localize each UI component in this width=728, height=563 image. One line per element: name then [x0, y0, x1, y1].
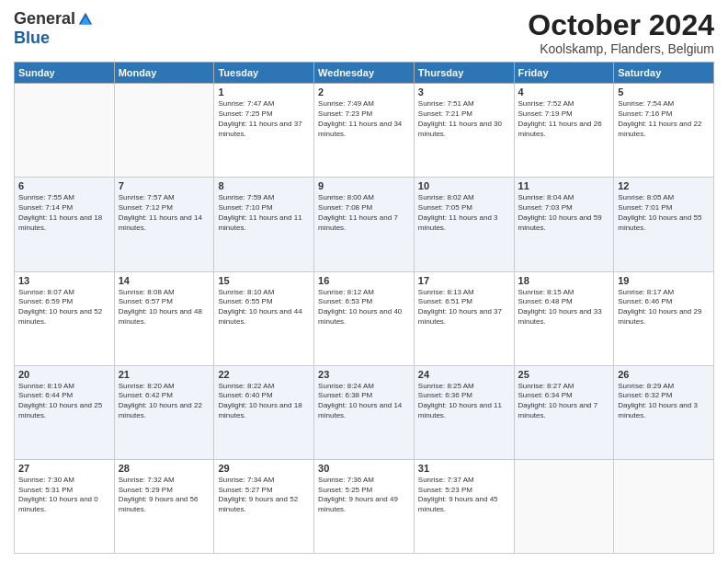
calendar-cell: 17Sunrise: 8:13 AM Sunset: 6:51 PM Dayli… — [414, 271, 514, 365]
day-number: 15 — [218, 275, 310, 286]
calendar-week-row: 13Sunrise: 8:07 AM Sunset: 6:59 PM Dayli… — [15, 271, 714, 365]
day-number: 5 — [618, 86, 710, 98]
header-day-saturday: Saturday — [614, 63, 714, 84]
day-detail: Sunrise: 7:51 AM Sunset: 7:21 PM Dayligh… — [418, 99, 510, 139]
calendar-cell: 6Sunrise: 7:55 AM Sunset: 7:14 PM Daylig… — [15, 178, 115, 271]
title-block: October 2024 Koolskamp, Flanders, Belgiu… — [528, 9, 714, 56]
page: General Blue October 2024 Koolskamp, Fla… — [0, 0, 728, 563]
calendar-cell: 22Sunrise: 8:22 AM Sunset: 6:40 PM Dayli… — [214, 365, 314, 459]
day-detail: Sunrise: 8:12 AM Sunset: 6:53 PM Dayligh… — [318, 288, 410, 327]
calendar-cell: 5Sunrise: 7:54 AM Sunset: 7:16 PM Daylig… — [614, 84, 714, 178]
day-detail: Sunrise: 7:57 AM Sunset: 7:12 PM Dayligh… — [119, 193, 210, 233]
calendar-cell: 30Sunrise: 7:36 AM Sunset: 5:25 PM Dayli… — [314, 459, 415, 553]
day-number: 27 — [18, 463, 110, 474]
day-number: 29 — [218, 463, 310, 474]
day-detail: Sunrise: 8:22 AM Sunset: 6:40 PM Dayligh… — [218, 382, 310, 421]
day-detail: Sunrise: 8:13 AM Sunset: 6:51 PM Dayligh… — [418, 288, 510, 327]
calendar-cell: 28Sunrise: 7:32 AM Sunset: 5:29 PM Dayli… — [114, 459, 214, 553]
day-number: 20 — [18, 369, 110, 380]
day-detail: Sunrise: 8:10 AM Sunset: 6:55 PM Dayligh… — [218, 288, 310, 327]
day-detail: Sunrise: 8:24 AM Sunset: 6:38 PM Dayligh… — [318, 382, 410, 421]
day-number: 12 — [618, 180, 710, 191]
day-detail: Sunrise: 7:30 AM Sunset: 5:31 PM Dayligh… — [18, 476, 110, 515]
logo-icon — [77, 11, 94, 28]
calendar-week-row: 20Sunrise: 8:19 AM Sunset: 6:44 PM Dayli… — [15, 365, 714, 459]
calendar-cell: 2Sunrise: 7:49 AM Sunset: 7:23 PM Daylig… — [314, 84, 415, 178]
day-number: 18 — [518, 275, 610, 286]
header-day-friday: Friday — [514, 63, 614, 84]
day-number: 3 — [418, 86, 510, 98]
day-detail: Sunrise: 8:05 AM Sunset: 7:01 PM Dayligh… — [618, 193, 710, 233]
day-detail: Sunrise: 7:54 AM Sunset: 7:16 PM Dayligh… — [618, 99, 710, 139]
day-detail: Sunrise: 7:32 AM Sunset: 5:29 PM Dayligh… — [119, 476, 210, 515]
calendar-cell: 27Sunrise: 7:30 AM Sunset: 5:31 PM Dayli… — [15, 459, 115, 553]
calendar-cell: 10Sunrise: 8:02 AM Sunset: 7:05 PM Dayli… — [414, 178, 514, 271]
calendar-cell: 9Sunrise: 8:00 AM Sunset: 7:08 PM Daylig… — [314, 178, 415, 271]
day-detail: Sunrise: 8:15 AM Sunset: 6:48 PM Dayligh… — [518, 288, 610, 327]
day-detail: Sunrise: 7:36 AM Sunset: 5:25 PM Dayligh… — [318, 476, 410, 515]
day-number: 24 — [418, 369, 510, 380]
calendar-cell — [15, 84, 115, 178]
location: Koolskamp, Flanders, Belgium — [528, 41, 714, 56]
header-day-sunday: Sunday — [15, 63, 115, 84]
calendar-cell: 29Sunrise: 7:34 AM Sunset: 5:27 PM Dayli… — [214, 459, 314, 553]
day-detail: Sunrise: 8:00 AM Sunset: 7:08 PM Dayligh… — [318, 193, 410, 233]
header-day-wednesday: Wednesday — [314, 63, 415, 84]
day-detail: Sunrise: 7:59 AM Sunset: 7:10 PM Dayligh… — [218, 193, 310, 233]
calendar-cell: 8Sunrise: 7:59 AM Sunset: 7:10 PM Daylig… — [214, 178, 314, 271]
logo-blue-text: Blue — [14, 29, 50, 48]
day-detail: Sunrise: 8:29 AM Sunset: 6:32 PM Dayligh… — [618, 382, 710, 421]
day-number: 22 — [218, 369, 310, 380]
calendar-cell: 4Sunrise: 7:52 AM Sunset: 7:19 PM Daylig… — [514, 84, 614, 178]
header: General Blue October 2024 Koolskamp, Fla… — [14, 9, 714, 56]
day-detail: Sunrise: 8:27 AM Sunset: 6:34 PM Dayligh… — [518, 382, 610, 421]
calendar-cell: 18Sunrise: 8:15 AM Sunset: 6:48 PM Dayli… — [514, 271, 614, 365]
day-number: 11 — [518, 180, 610, 191]
day-number: 14 — [119, 275, 210, 286]
calendar-cell: 21Sunrise: 8:20 AM Sunset: 6:42 PM Dayli… — [114, 365, 214, 459]
calendar-cell: 31Sunrise: 7:37 AM Sunset: 5:23 PM Dayli… — [414, 459, 514, 553]
calendar-cell — [514, 459, 614, 553]
day-number: 21 — [119, 369, 210, 380]
calendar-week-row: 27Sunrise: 7:30 AM Sunset: 5:31 PM Dayli… — [15, 459, 714, 553]
day-detail: Sunrise: 7:49 AM Sunset: 7:23 PM Dayligh… — [318, 99, 410, 139]
day-number: 13 — [18, 275, 110, 286]
day-detail: Sunrise: 7:34 AM Sunset: 5:27 PM Dayligh… — [218, 476, 310, 515]
day-number: 30 — [318, 463, 410, 474]
logo-general-text: General — [14, 9, 75, 29]
day-number: 16 — [318, 275, 410, 286]
calendar-cell: 7Sunrise: 7:57 AM Sunset: 7:12 PM Daylig… — [114, 178, 214, 271]
calendar-cell: 24Sunrise: 8:25 AM Sunset: 6:36 PM Dayli… — [414, 365, 514, 459]
day-detail: Sunrise: 7:37 AM Sunset: 5:23 PM Dayligh… — [418, 476, 510, 515]
calendar-cell: 26Sunrise: 8:29 AM Sunset: 6:32 PM Dayli… — [614, 365, 714, 459]
day-detail: Sunrise: 7:55 AM Sunset: 7:14 PM Dayligh… — [18, 193, 110, 233]
calendar-cell: 13Sunrise: 8:07 AM Sunset: 6:59 PM Dayli… — [15, 271, 115, 365]
day-detail: Sunrise: 8:25 AM Sunset: 6:36 PM Dayligh… — [418, 382, 510, 421]
day-detail: Sunrise: 8:07 AM Sunset: 6:59 PM Dayligh… — [18, 288, 110, 327]
day-number: 19 — [618, 275, 710, 286]
day-number: 7 — [119, 180, 210, 191]
calendar-cell: 19Sunrise: 8:17 AM Sunset: 6:46 PM Dayli… — [614, 271, 714, 365]
calendar-table: SundayMondayTuesdayWednesdayThursdayFrid… — [14, 62, 714, 554]
day-detail: Sunrise: 8:17 AM Sunset: 6:46 PM Dayligh… — [618, 288, 710, 327]
calendar-cell: 11Sunrise: 8:04 AM Sunset: 7:03 PM Dayli… — [514, 178, 614, 271]
day-detail: Sunrise: 8:04 AM Sunset: 7:03 PM Dayligh… — [518, 193, 610, 233]
day-number: 8 — [218, 180, 310, 191]
calendar-cell: 25Sunrise: 8:27 AM Sunset: 6:34 PM Dayli… — [514, 365, 614, 459]
calendar-cell: 20Sunrise: 8:19 AM Sunset: 6:44 PM Dayli… — [15, 365, 115, 459]
calendar-week-row: 1Sunrise: 7:47 AM Sunset: 7:25 PM Daylig… — [15, 84, 714, 178]
calendar-cell: 15Sunrise: 8:10 AM Sunset: 6:55 PM Dayli… — [214, 271, 314, 365]
day-detail: Sunrise: 8:20 AM Sunset: 6:42 PM Dayligh… — [119, 382, 210, 421]
day-number: 9 — [318, 180, 410, 191]
day-number: 23 — [318, 369, 410, 380]
header-day-thursday: Thursday — [414, 63, 514, 84]
header-day-tuesday: Tuesday — [214, 63, 314, 84]
header-day-monday: Monday — [114, 63, 214, 84]
calendar-cell: 3Sunrise: 7:51 AM Sunset: 7:21 PM Daylig… — [414, 84, 514, 178]
calendar-cell: 16Sunrise: 8:12 AM Sunset: 6:53 PM Dayli… — [314, 271, 415, 365]
day-number: 1 — [218, 86, 310, 98]
calendar-cell: 12Sunrise: 8:05 AM Sunset: 7:01 PM Dayli… — [614, 178, 714, 271]
calendar-cell: 23Sunrise: 8:24 AM Sunset: 6:38 PM Dayli… — [314, 365, 415, 459]
calendar-cell — [614, 459, 714, 553]
day-detail: Sunrise: 7:47 AM Sunset: 7:25 PM Dayligh… — [218, 99, 310, 139]
